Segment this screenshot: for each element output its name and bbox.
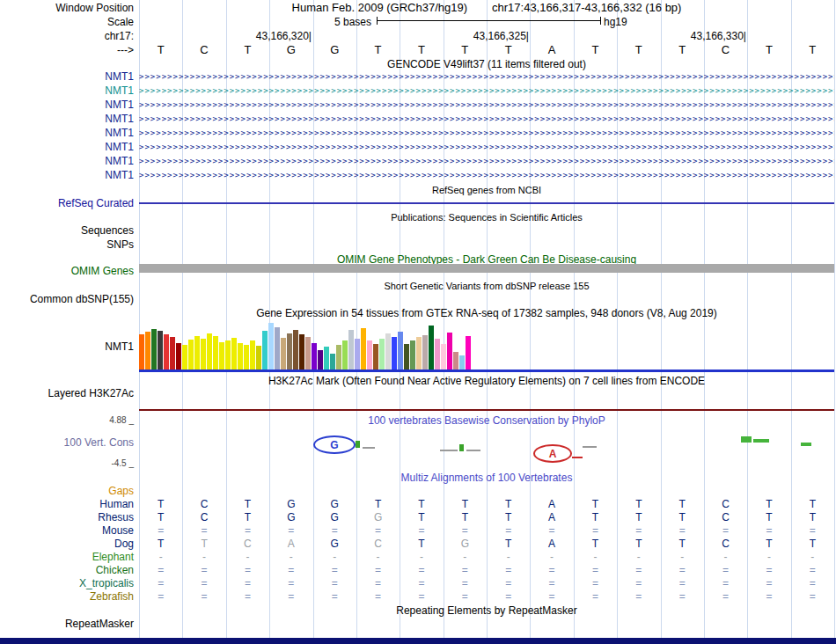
gtex-expression-chart[interactable] (139, 321, 472, 370)
alignment-base: T (226, 511, 269, 523)
base-letter: C (182, 44, 225, 56)
refseq-title[interactable]: RefSeq genes from NCBI (139, 184, 834, 196)
publications-title[interactable]: Publications: Sequences in Scientific Ar… (139, 211, 834, 223)
alignment-base: = (530, 577, 573, 589)
gtex-expression-bar (361, 328, 366, 370)
phylop-title[interactable]: 100 vertebrates Basewise Conservation by… (139, 414, 834, 427)
dbsnp-title[interactable]: Short Genetic Variants from dbSNP releas… (139, 280, 834, 292)
gtex-gene-label[interactable]: NMT1 (0, 340, 134, 353)
refseq-curated-label[interactable]: RefSeq Curated (0, 197, 134, 209)
scale-label: Scale (0, 16, 134, 28)
alignment-base: - (313, 551, 356, 563)
gencode-transcript-label[interactable]: NMT1 (0, 113, 134, 125)
gencode-transcript-line[interactable]: >>>>>>>>>>>>>>>>>>>>>>>>>>>>>>>>>>>>>>>>… (139, 155, 834, 167)
alignment-base: C (182, 511, 225, 523)
gencode-transcript-line[interactable]: >>>>>>>>>>>>>>>>>>>>>>>>>>>>>>>>>>>>>>>>… (139, 70, 834, 83)
refseq-curated-track[interactable] (139, 202, 834, 204)
gencode-transcript-label[interactable]: NMT1 (0, 99, 134, 111)
base-letter: G (313, 44, 356, 56)
base-letter: C (704, 44, 747, 56)
chrom-label: chr17: (0, 30, 134, 42)
gtex-expression-bar (182, 345, 187, 370)
alignment-row[interactable]: ================ (139, 590, 834, 603)
species-label-dog[interactable]: Dog (0, 538, 134, 550)
gencode-transcript-line[interactable]: >>>>>>>>>>>>>>>>>>>>>>>>>>>>>>>>>>>>>>>>… (139, 84, 834, 97)
alignment-base: T (400, 538, 443, 550)
species-label-rhesus[interactable]: Rhesus (0, 511, 134, 523)
strand-label: ---> (0, 44, 134, 56)
gtex-title[interactable]: Gene Expression in 54 tissues from GTEx … (139, 307, 834, 319)
alignment-base: T (182, 538, 225, 550)
gencode-transcript-label[interactable]: NMT1 (0, 169, 134, 181)
base-letter: T (400, 44, 443, 56)
alignment-base: G (269, 498, 312, 510)
base-letter: T (791, 44, 834, 56)
phylop-track-label[interactable]: 100 Vert. Cons (0, 436, 134, 449)
h3k27ac-track[interactable] (139, 409, 834, 411)
alignment-row[interactable]: ================ (139, 577, 834, 589)
gencode-transcript-label[interactable]: NMT1 (0, 141, 134, 153)
species-label-mouse[interactable]: Mouse (0, 524, 134, 537)
gtex-expression-bar (207, 333, 212, 370)
alignment-base: - (444, 551, 487, 563)
gencode-transcript-label[interactable]: NMT1 (0, 84, 134, 97)
species-label-elephant[interactable]: Elephant (0, 551, 134, 563)
gencode-transcript-line[interactable]: >>>>>>>>>>>>>>>>>>>>>>>>>>>>>>>>>>>>>>>>… (139, 169, 834, 181)
gtex-expression-bar (318, 350, 323, 370)
alignment-base: - (747, 551, 790, 563)
omim-genes-label[interactable]: OMIM Genes (0, 265, 134, 277)
alignment-row[interactable]: ---------------- (139, 551, 834, 563)
conservation-mark (356, 441, 360, 448)
alignment-row[interactable]: ================ (139, 564, 834, 576)
assembly-text: Human Feb. 2009 (GRCh37/hg19) (292, 1, 467, 14)
alignment-base: = (139, 564, 182, 576)
base-letter: T (444, 44, 487, 56)
snps-label[interactable]: SNPs (0, 238, 134, 251)
species-label-x_tropicalis[interactable]: X_tropicalis (0, 577, 134, 589)
alignment-base: T (791, 498, 834, 510)
gencode-transcript-label[interactable]: NMT1 (0, 70, 134, 83)
alignment-base: = (661, 590, 704, 603)
species-label-chicken[interactable]: Chicken (0, 564, 134, 576)
coordinate-label: 43,166,330| (691, 30, 746, 42)
alignment-row[interactable]: ================ (139, 524, 834, 537)
gtex-expression-bar (256, 346, 261, 370)
species-label-human[interactable]: Human (0, 498, 134, 510)
alignment-base: T (617, 538, 660, 550)
gencode-transcript-line[interactable]: >>>>>>>>>>>>>>>>>>>>>>>>>>>>>>>>>>>>>>>>… (139, 113, 834, 125)
species-label-zebrafish[interactable]: Zebrafish (0, 590, 134, 603)
alignment-row[interactable]: TTCAGCTGTATTTCTT (139, 538, 834, 550)
alignment-base: A (530, 538, 573, 550)
alignment-base: = (487, 524, 530, 537)
gtex-expression-bar (170, 337, 175, 370)
alignment-row[interactable]: TCTGGGTTTATTTCTT (139, 511, 834, 523)
alignment-row[interactable]: TCTGGTTTTATTTCTT (139, 498, 834, 510)
repeatmasker-title[interactable]: Repeating Elements by RepeatMasker (139, 604, 834, 617)
alignment-base: A (530, 498, 573, 510)
gencode-transcript-line[interactable]: >>>>>>>>>>>>>>>>>>>>>>>>>>>>>>>>>>>>>>>>… (139, 127, 834, 139)
gencode-transcript-label[interactable]: NMT1 (0, 127, 134, 139)
assembly-label: hg19 (604, 16, 627, 28)
alignment-base: = (617, 524, 660, 537)
gencode-transcript-line[interactable]: >>>>>>>>>>>>>>>>>>>>>>>>>>>>>>>>>>>>>>>>… (139, 99, 834, 111)
alignment-base: - (530, 551, 573, 563)
gencode-title[interactable]: GENCODE V49lift37 (11 items filtered out… (139, 58, 834, 70)
alignment-base: = (269, 564, 312, 576)
dbsnp-label[interactable]: Common dbSNP(155) (0, 293, 134, 305)
gtex-expression-bar (238, 343, 243, 370)
h3k27ac-title[interactable]: H3K27Ac Mark (Often Found Near Active Re… (139, 375, 834, 387)
h3k27ac-label[interactable]: Layered H3K27Ac (0, 387, 134, 399)
alignment-base: C (704, 498, 747, 510)
gtex-expression-bar (305, 337, 311, 370)
sequences-label[interactable]: Sequences (0, 224, 134, 237)
gencode-transcript-label[interactable]: NMT1 (0, 155, 134, 167)
multiz-title[interactable]: Multiz Alignments of 100 Vertebrates (139, 472, 834, 484)
omim-genes-track[interactable] (139, 264, 834, 273)
gtex-expression-bar (373, 344, 378, 370)
gencode-transcript-line[interactable]: >>>>>>>>>>>>>>>>>>>>>>>>>>>>>>>>>>>>>>>>… (139, 141, 834, 153)
alignment-base: = (747, 564, 790, 576)
alignment-base: - (400, 551, 443, 563)
alignment-base: G (269, 511, 312, 523)
repeatmasker-label[interactable]: RepeatMasker (0, 618, 134, 630)
conservation-letter-A: A (533, 444, 572, 463)
